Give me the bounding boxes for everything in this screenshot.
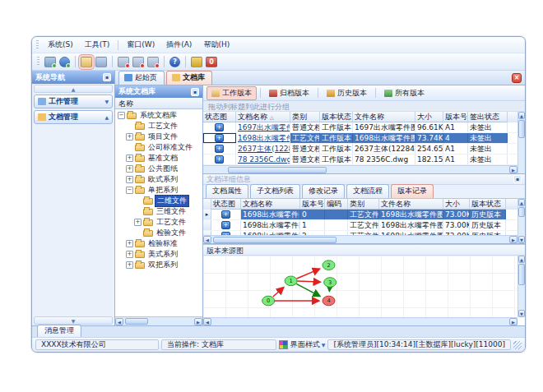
column-header-版本状态[interactable]: 版本状态 <box>470 199 506 210</box>
version-node-0[interactable]: 0 <box>262 296 275 306</box>
tree-node-三维文件[interactable]: 三维文件 <box>115 206 202 217</box>
table-cell[interactable]: A1 <box>443 144 468 154</box>
table-cell[interactable]: 1697出水嘴零件图.dwg <box>353 122 415 132</box>
help-icon[interactable]: ? <box>169 57 180 67</box>
tab-文档属性[interactable]: 文档属性 <box>206 184 248 198</box>
drag-handle-icon[interactable] <box>36 40 39 50</box>
table-cell[interactable]: 普通文档 <box>290 154 320 164</box>
button-归档版本[interactable]: 归档版本 <box>264 86 314 100</box>
collapse-icon[interactable]: − <box>126 187 133 194</box>
menu-item-3[interactable]: 窗口(W) <box>121 38 160 52</box>
sidebar-section-1[interactable]: 工作管理▼ <box>34 95 113 108</box>
scroll-left-icon[interactable]: ◀ <box>203 236 211 243</box>
table-cell[interactable]: 73.74KB <box>415 133 443 143</box>
tree-node-系统文档库[interactable]: −系统文档库 <box>115 110 202 121</box>
tree-node-公共图纸[interactable]: +公共图纸 <box>115 164 202 174</box>
table-vertical-scrollbar[interactable]: ▲ <box>517 112 525 173</box>
column-header-编码[interactable]: 编码 <box>325 199 348 210</box>
expand-icon[interactable]: + <box>126 133 133 141</box>
nav-scroll-down[interactable]: ▼ <box>34 316 113 325</box>
column-header-文档名称[interactable]: 文档名称 <box>241 199 300 210</box>
table-cell[interactable]: 182.15KB <box>415 154 443 164</box>
scroll-down-icon[interactable]: ▼ <box>518 236 525 243</box>
table-cell[interactable]: 工作版本 <box>320 122 353 132</box>
table-row[interactable]: +2637主体(12284).dwg普通文档工作版本2637主体(12284).… <box>203 144 517 154</box>
table-cell[interactable]: 96.61KB <box>415 122 443 132</box>
folder-window-icon[interactable] <box>81 57 92 67</box>
menu-item-2[interactable]: 工具(T) <box>79 38 116 52</box>
resize-grip[interactable] <box>513 341 522 349</box>
table-cell[interactable]: 2637主体(12284).dwg <box>236 144 290 154</box>
expand-icon[interactable]: + <box>126 165 133 173</box>
table-cell[interactable]: 工作版本 <box>320 154 353 164</box>
mail-new-icon[interactable] <box>118 57 129 67</box>
table-cell[interactable]: 工作版本 <box>320 144 353 154</box>
table-row[interactable]: +78 2356C.dwg普通文档工作版本78 2356C.dwg182.15K… <box>203 154 517 165</box>
table-horizontal-scrollbar[interactable]: ▶ <box>203 165 517 173</box>
menu-item-4[interactable]: 插件(A) <box>160 38 197 52</box>
table-horizontal-scrollbar[interactable]: ◀ ▶ <box>203 235 517 243</box>
table-cell[interactable]: 普通文档 <box>290 122 320 132</box>
interface-style-button[interactable]: 界面样式 ▼ <box>290 339 326 350</box>
nav-scroll-up[interactable]: ▲ <box>34 85 113 93</box>
scroll-right-icon[interactable]: ▶ <box>194 318 202 325</box>
tree-node-双把系列[interactable]: +双把系列 <box>115 260 202 270</box>
scroll-left-icon[interactable]: ◀ <box>115 318 123 325</box>
pin-icon[interactable]: ▪ <box>103 73 111 81</box>
button-所有版本[interactable]: 所有版本 <box>379 86 429 100</box>
table-vertical-scrollbar[interactable]: ▲ ▼ <box>517 199 525 243</box>
table-cell[interactable]: 73.00KB <box>443 220 470 230</box>
table-cell[interactable]: 1698出水嘴零件图.dwg <box>236 133 290 143</box>
expand-icon[interactable]: + <box>126 176 133 183</box>
menu-item-1[interactable]: 系统(S) <box>42 38 79 52</box>
column-header-版本号[interactable]: 版本号 <box>300 199 325 210</box>
pin-icon[interactable]: ▪ <box>191 88 199 96</box>
tree-node-欧式系列[interactable]: +欧式系列 <box>115 174 202 185</box>
mail-delete-icon[interactable] <box>147 57 159 67</box>
scroll-left-icon[interactable]: ◀ <box>203 318 211 325</box>
version-graph-canvas[interactable]: 01234 <box>203 256 517 317</box>
table-cell[interactable]: A1 <box>443 154 468 164</box>
table-cell[interactable]: 78 2356C.dwg <box>236 154 290 164</box>
column-header-文件名称[interactable]: 文件名称 <box>379 199 443 210</box>
tree-horizontal-scrollbar[interactable]: ◀ ▶ <box>115 316 202 325</box>
version-node-1[interactable]: 1 <box>285 276 297 286</box>
version-node-4[interactable]: 4 <box>323 296 335 306</box>
tree-node-美式系列[interactable]: +美式系列 <box>115 249 202 260</box>
tree-node-公司标准文件[interactable]: 公司标准文件 <box>115 142 202 153</box>
table-cell[interactable]: 73.00KB <box>443 210 470 219</box>
layout-window-icon[interactable] <box>95 57 107 67</box>
scroll-up-icon[interactable]: ▲ <box>518 199 525 206</box>
table-row[interactable]: +1698出水嘴零件图.dwg1工艺文件1698出水嘴零件图.dwg73.00K… <box>203 220 517 231</box>
scroll-right-icon[interactable]: ▶ <box>509 236 517 243</box>
table-cell[interactable]: 1698出水嘴零件图.dwg <box>379 220 443 230</box>
table-cell[interactable]: 1698出水嘴零件图.dwg <box>379 210 443 219</box>
column-header-签出状态[interactable]: 签出状态 <box>468 112 508 122</box>
exit-icon[interactable]: 0 <box>206 57 217 67</box>
table-cell[interactable]: 2637主体(12284).dwg <box>353 144 415 154</box>
table-cell[interactable]: 1 <box>300 220 325 230</box>
tab-子文档列表[interactable]: 子文档列表 <box>250 184 300 198</box>
globe-icon[interactable] <box>59 57 70 67</box>
table-cell[interactable] <box>325 210 348 219</box>
table-cell[interactable]: 1698出水嘴零件图.dwg <box>241 210 300 219</box>
table-cell[interactable]: 工艺文件 <box>290 133 320 143</box>
table-cell[interactable]: 未签出 <box>468 122 508 132</box>
table-cell[interactable]: 工艺文件 <box>348 220 379 230</box>
table-cell[interactable]: 0 <box>300 210 325 219</box>
column-header-类别[interactable]: 类别 <box>348 199 379 210</box>
table-row[interactable]: +1697出水嘴零件图.dwg普通文档工作版本1697出水嘴零件图.dwg96.… <box>203 122 517 133</box>
tab-版本记录[interactable]: 版本记录 <box>391 184 434 198</box>
column-header-大小[interactable]: 大小 <box>415 112 443 122</box>
tree-column-header[interactable]: 名称 <box>115 98 202 109</box>
table-cell[interactable]: 1697出水嘴零件图.dwg <box>236 122 290 132</box>
expand-icon[interactable]: + <box>126 154 133 162</box>
table-cell[interactable]: 254.65KB <box>415 144 443 154</box>
scroll-up-icon[interactable]: ▲ <box>518 256 525 263</box>
table-cell[interactable]: 普通文档 <box>290 144 320 154</box>
scroll-up-icon[interactable]: ▲ <box>518 112 525 119</box>
tab-message-manage[interactable]: 消息管理 <box>37 325 81 337</box>
scroll-down-icon[interactable]: ▼ <box>518 310 525 317</box>
expand-icon[interactable]: + <box>134 219 142 226</box>
graph-horizontal-scrollbar[interactable]: ◀ ▶ <box>203 317 517 325</box>
